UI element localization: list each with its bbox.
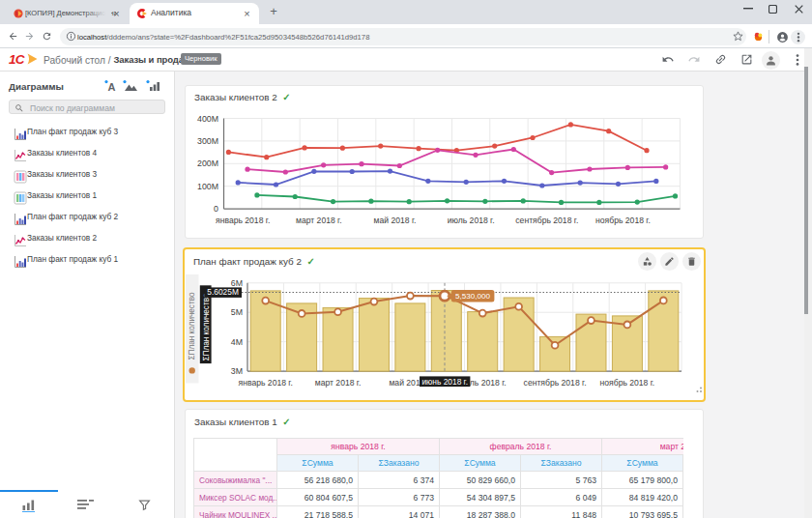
svg-text:6M: 6M [231,277,243,287]
svg-text:0: 0 [214,204,218,214]
svg-text:ΣПлан количество: ΣПлан количество [188,292,196,360]
svg-text:200M: 200M [197,158,218,168]
svg-text:май 2018 г.: май 2018 г. [374,216,417,225]
svg-text:ноябрь 2018 г.: ноябрь 2018 г. [595,216,651,225]
svg-text:сентябрь 2018 г.: сентябрь 2018 г. [515,216,578,225]
svg-text:январь 2018 г.: январь 2018 г. [239,377,293,387]
svg-text:5.6025M: 5.6025M [207,287,239,297]
svg-text:5M: 5M [231,307,243,317]
svg-text:100M: 100M [197,182,218,191]
svg-text:A: A [108,81,116,92]
svg-text:июнь 2018 г.: июнь 2018 г. [421,376,468,386]
svg-text:400M: 400M [197,114,218,124]
svg-text:июль 2018 г.: июль 2018 г. [448,216,495,225]
svg-text:январь 2018 г.: январь 2018 г. [216,216,270,225]
svg-text:ноябрь 2018 г.: ноябрь 2018 г. [600,377,655,387]
svg-text:сентябрь 2018 г.: сентябрь 2018 г. [524,377,587,387]
svg-text:ΣПлан количестве: ΣПлан количестве [202,293,211,360]
svg-text:300M: 300M [197,136,218,146]
svg-text:4M: 4M [231,336,243,346]
svg-text:3M: 3M [231,366,243,376]
svg-text:март 2018 г.: март 2018 г. [296,216,342,225]
svg-text:март 2018 г.: март 2018 г. [315,377,362,387]
svg-text:5,530,000: 5,530,000 [455,292,491,301]
